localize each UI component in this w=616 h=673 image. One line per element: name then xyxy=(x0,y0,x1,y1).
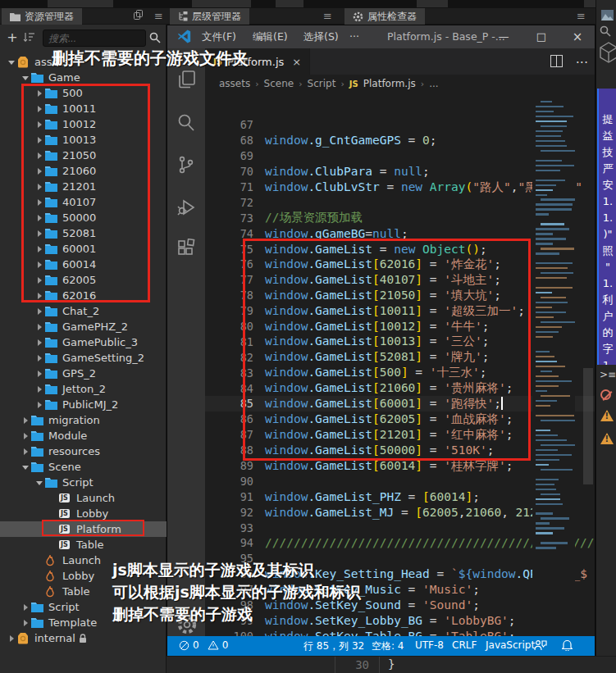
breadcrumb-item[interactable]: Script xyxy=(308,78,336,89)
chevron-right-icon[interactable] xyxy=(34,119,45,130)
chevron-right-icon[interactable] xyxy=(34,321,45,332)
close-tab-icon[interactable]: × xyxy=(292,56,301,68)
chevron-right-icon[interactable] xyxy=(34,228,45,239)
tree-item-gamesetting_2[interactable]: GameSetting_2 xyxy=(0,350,167,366)
manage-gear-icon[interactable] xyxy=(176,614,198,635)
tree-item-gps_2[interactable]: GPS_2 xyxy=(0,366,167,381)
tree-item-lobby[interactable]: Lobby xyxy=(0,568,167,584)
tree-item-publicmj_2[interactable]: PublicMJ_2 xyxy=(0,397,167,412)
explorer-icon[interactable] xyxy=(176,70,196,89)
tree-item-60014[interactable]: 60014 xyxy=(0,257,167,272)
tree-item-gamephz_2[interactable]: GamePHZ_2 xyxy=(0,319,167,334)
editor-scrollbar[interactable] xyxy=(583,368,593,484)
tab-hierarchy-manager[interactable]: 层级管理器 xyxy=(170,8,249,25)
chevron-right-icon[interactable] xyxy=(34,306,45,316)
chevron-right-icon[interactable] xyxy=(34,181,45,192)
tree-item-scene[interactable]: Scene xyxy=(0,459,167,475)
chevron-right-icon[interactable] xyxy=(34,243,45,254)
search-icon[interactable] xyxy=(149,32,161,43)
tree-item-10013[interactable]: 10013 xyxy=(0,132,167,148)
language-mode[interactable]: JavaScript xyxy=(486,639,535,651)
breadcrumb-file[interactable]: Platform.js xyxy=(363,78,416,89)
chevron-down-icon[interactable] xyxy=(34,477,45,488)
chevron-right-icon[interactable] xyxy=(34,337,45,348)
tree-item-gamepublic_3[interactable]: GamePublic_3 xyxy=(0,334,167,350)
panel-menu-icon[interactable]: ≡ xyxy=(154,10,163,23)
tree-item-table[interactable]: JSTable xyxy=(0,537,167,552)
tree-item-10012[interactable]: 10012 xyxy=(0,116,167,132)
chevron-right-icon[interactable] xyxy=(21,430,31,441)
chevron-down-icon[interactable] xyxy=(7,57,17,67)
menu-edit[interactable]: 编辑(E) xyxy=(253,30,288,44)
chevron-right-icon[interactable] xyxy=(7,633,17,643)
search-input[interactable] xyxy=(43,30,146,47)
tree-item-21060[interactable]: 21060 xyxy=(0,163,167,179)
editor-area[interactable]: JS Platform.js × ··· assets› Scene› Scri… xyxy=(205,48,595,636)
chevron-right-icon[interactable] xyxy=(34,197,45,207)
search-icon[interactable] xyxy=(176,112,196,132)
indent-setting[interactable]: 空格: 4 xyxy=(372,639,404,653)
menu-select[interactable]: 选择(S) xyxy=(303,30,339,44)
tree-item-script[interactable]: Script xyxy=(0,475,167,490)
tab-property-inspector[interactable]: 属性检查器 xyxy=(345,8,425,25)
chevron-right-icon[interactable] xyxy=(21,415,31,425)
tree-item-launch[interactable]: Launch xyxy=(0,552,167,568)
chevron-right-icon[interactable] xyxy=(34,399,45,410)
tree-item-62005[interactable]: 62005 xyxy=(0,272,167,288)
tree-item-62016[interactable]: 62016 xyxy=(0,288,167,303)
tree-item-table[interactable]: Table xyxy=(0,584,167,599)
menu-more[interactable]: ··· xyxy=(349,30,359,43)
breadcrumb-suffix[interactable]: ... xyxy=(429,78,438,89)
tree-item-launch[interactable]: JSLaunch xyxy=(0,490,167,506)
tree-item-resources[interactable]: resources xyxy=(0,443,167,459)
chevron-right-icon[interactable] xyxy=(34,212,45,223)
tree-item-500[interactable]: 500 xyxy=(0,85,167,101)
panel-menu-icon[interactable]: ≡ xyxy=(323,10,332,23)
extensions-icon[interactable] xyxy=(176,239,196,258)
tree-item-21201[interactable]: 21201 xyxy=(0,179,167,194)
more-actions-icon[interactable]: ··· xyxy=(576,55,588,70)
sort-icon[interactable] xyxy=(23,32,35,43)
add-asset-button[interactable]: + xyxy=(5,30,20,46)
run-debug-icon[interactable] xyxy=(176,198,196,217)
tree-item-migration[interactable]: migration xyxy=(0,412,167,428)
tab-platform-js[interactable]: JS Platform.js × xyxy=(205,48,310,75)
tree-item-jetton_2[interactable]: Jetton_2 xyxy=(0,381,167,397)
eol-setting[interactable]: CRLF xyxy=(452,639,477,651)
tree-item-60001[interactable]: 60001 xyxy=(0,241,167,257)
zoom-icon[interactable] xyxy=(600,25,611,37)
chevron-right-icon[interactable] xyxy=(34,368,45,379)
source-control-icon[interactable] xyxy=(176,155,196,175)
tree-item-10011[interactable]: 10011 xyxy=(0,101,167,116)
chevron-right-icon[interactable] xyxy=(34,259,45,270)
chevron-right-icon[interactable] xyxy=(34,384,45,394)
maximize-button[interactable]: □ xyxy=(523,25,559,48)
encoding[interactable]: UTF-8 xyxy=(415,639,444,651)
minimap[interactable] xyxy=(532,94,575,619)
tree-item-game[interactable]: Game xyxy=(0,70,167,85)
tree-item-script[interactable]: Script xyxy=(0,599,167,615)
tab-assets-manager[interactable]: 资源管理器 xyxy=(2,8,82,25)
tree-item-lobby[interactable]: JSLobby xyxy=(0,506,167,521)
tree-item-module[interactable]: Module xyxy=(0,428,167,443)
notifications-bell-icon[interactable] xyxy=(562,639,573,651)
breadcrumb[interactable]: assets› Scene› Script› JS Platform.js› .… xyxy=(205,75,595,93)
tree-item-40107[interactable]: 40107 xyxy=(0,194,167,210)
panel-menu-icon[interactable]: ≡ xyxy=(577,10,586,23)
chevron-right-icon[interactable] xyxy=(21,617,31,628)
tree-item-template[interactable]: Template xyxy=(0,615,167,630)
chevron-right-icon[interactable] xyxy=(34,103,45,114)
tree-item-assets[interactable]: assets xyxy=(0,54,167,70)
chevron-right-icon[interactable] xyxy=(34,88,45,98)
split-editor-icon[interactable] xyxy=(550,55,563,70)
chevron-right-icon[interactable] xyxy=(34,275,45,285)
breadcrumb-item[interactable]: assets xyxy=(219,78,250,89)
chevron-right-icon[interactable] xyxy=(34,352,45,363)
chevron-right-icon[interactable] xyxy=(34,290,45,301)
problems-indicator[interactable]: 0 0 xyxy=(179,639,228,651)
close-button[interactable]: × xyxy=(559,25,595,48)
copy-icon[interactable] xyxy=(134,10,143,20)
minimize-button[interactable]: — xyxy=(486,25,522,48)
tree-item-21050[interactable]: 21050 xyxy=(0,148,167,163)
tree-item-internal[interactable]: internal xyxy=(0,630,167,646)
